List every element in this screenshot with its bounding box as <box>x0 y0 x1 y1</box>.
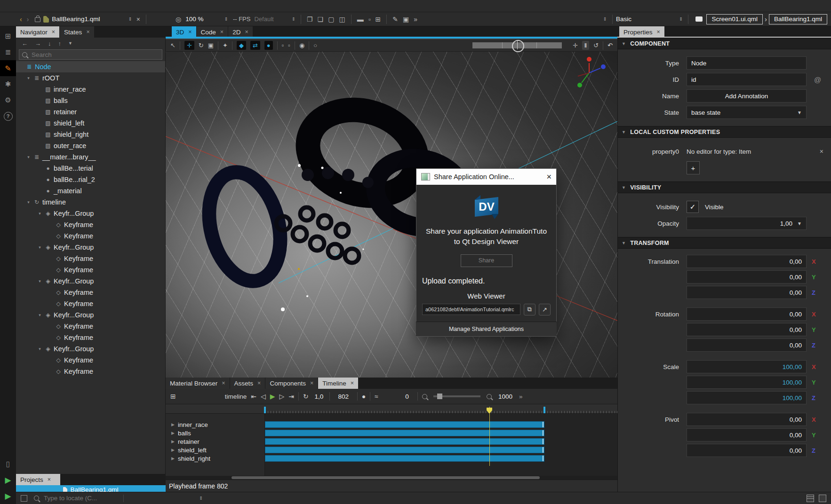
menu-item[interactable] <box>56 0 66 12</box>
menu-item[interactable] <box>66 0 76 12</box>
opacity-field[interactable]: 1,00▼ <box>687 217 807 230</box>
expand-icon[interactable]: ▶ <box>171 422 175 427</box>
tree-item[interactable]: ▾ ≣ __mater...brary__ <box>16 151 165 163</box>
dialog-titlebar[interactable]: Share Application Online... × <box>416 169 556 185</box>
tree-item[interactable]: ◇ Keyframe <box>16 219 165 230</box>
camera-speed-knob[interactable] <box>512 40 524 52</box>
debug-run-button[interactable]: ▶ <box>0 488 16 504</box>
tree-item[interactable]: ◇ Keyframe <box>16 253 165 264</box>
close-icon[interactable]: × <box>86 29 89 35</box>
current-frame-field[interactable]: 802 <box>334 393 353 400</box>
expand-icon[interactable]: ▾ <box>25 76 32 80</box>
pause-particles-icon[interactable]: ‖ <box>582 41 589 50</box>
tree-item[interactable]: ◇ Keyframe <box>16 321 165 332</box>
expand-icon[interactable]: ▾ <box>36 346 43 351</box>
timeline-scrollbar[interactable] <box>166 476 617 480</box>
tree-item[interactable]: ◇ Keyframe <box>16 298 165 309</box>
grid-toggle-icon[interactable]: ▫ <box>288 42 290 48</box>
transform-value-field[interactable]: 0,00 <box>687 413 807 426</box>
transform-value-field[interactable]: 0,00 <box>687 428 807 441</box>
expand-icon[interactable]: ▾ <box>25 200 32 205</box>
fps-selector-icon[interactable]: ⇕ <box>292 16 296 22</box>
timeline-track[interactable]: ▶ shield_left <box>166 446 617 454</box>
keyframe-bar[interactable] <box>265 455 544 462</box>
move-tool-icon[interactable]: ✛ <box>184 41 194 50</box>
transform-value-field[interactable]: 0,00 <box>687 339 807 352</box>
tools-mode-icon[interactable]: ⚙ <box>0 92 16 108</box>
select-tool-icon[interactable]: ↖ <box>170 42 176 48</box>
tree-item[interactable]: ▾ ◈ Keyfr...Group <box>16 309 165 321</box>
reset-view-icon[interactable]: ↺ <box>593 42 599 48</box>
pane-selector-icon[interactable]: ⇕ <box>199 496 203 501</box>
tree-item[interactable]: ≣ Node <box>16 61 165 72</box>
add-annotation-button[interactable]: Add Annotation <box>687 89 807 102</box>
fps-value[interactable]: Default <box>254 16 273 23</box>
transform-value-field[interactable]: 0,00 <box>687 270 807 284</box>
comment-icon[interactable] <box>695 16 703 22</box>
timeline-track[interactable]: ▶ retainer <box>166 437 617 446</box>
timeline-track[interactable]: ▶ shield_right <box>166 454 617 463</box>
breadcrumb-root[interactable]: Screen01.ui.qml <box>706 14 763 24</box>
timeline-ruler[interactable] <box>166 404 617 414</box>
clip-end-marker[interactable] <box>543 407 545 413</box>
panel-tab[interactable]: Timeline× <box>318 378 358 389</box>
section-component[interactable]: ▼ COMPONENT <box>618 38 831 49</box>
style-dropdown-icon[interactable]: ⇕ <box>679 16 683 22</box>
remove-property-icon[interactable]: × <box>820 148 823 155</box>
visible-checkbox[interactable]: ✓ <box>687 201 699 213</box>
lock-icon[interactable] <box>35 17 40 22</box>
tree-item[interactable]: ◇ Keyframe <box>16 230 165 242</box>
annotation-at-icon[interactable]: @ <box>814 76 821 84</box>
device-selector-icon[interactable]: ▯ <box>0 456 16 472</box>
scrollbar-thumb[interactable] <box>232 476 540 479</box>
tree-item[interactable]: ● ballBe...rial_2 <box>16 174 165 185</box>
section-visibility[interactable]: ▼ VISIBILITY <box>618 181 831 193</box>
close-icon[interactable]: × <box>351 380 354 386</box>
keyframe-bar[interactable] <box>265 421 544 428</box>
curve-editor-icon[interactable]: ≈ <box>375 393 378 400</box>
menu-item[interactable] <box>24 0 35 12</box>
manage-shared-applications-button[interactable]: Manage Shared Applications <box>416 322 557 336</box>
close-icon[interactable]: × <box>245 29 248 35</box>
move-down-icon[interactable]: ↓ <box>48 40 51 47</box>
tree-item[interactable]: ▧ balls <box>16 95 165 106</box>
type-field[interactable]: Node <box>687 56 807 70</box>
design-mode-icon[interactable]: ✎ <box>0 60 16 76</box>
open-external-icon[interactable]: ↗ <box>539 304 551 315</box>
move-up-icon[interactable]: ↑ <box>58 40 62 47</box>
tree-item[interactable]: ◇ Keyframe <box>16 354 165 366</box>
tab-navigator[interactable]: Navigator× <box>16 26 59 38</box>
close-icon[interactable]: × <box>546 173 551 181</box>
expand-icon[interactable]: ▾ <box>36 211 43 216</box>
breadcrumb-current[interactable]: BallBearing1.qml <box>769 14 827 24</box>
create-component-icon[interactable]: ❐ <box>307 16 313 23</box>
zoom-level[interactable]: 100 % <box>185 16 203 23</box>
tree-item[interactable]: ▾ ◈ Keyfr...Group <box>16 208 165 219</box>
clear-annotation-icon[interactable]: ▣ <box>403 16 409 23</box>
locator[interactable] <box>34 494 123 502</box>
tree-item[interactable]: ▧ shield_left <box>16 118 165 129</box>
tree-item[interactable]: ▧ inner_race <box>16 84 165 95</box>
tree-item[interactable]: ▧ retainer <box>16 106 165 118</box>
add-property-button[interactable]: + <box>687 161 700 174</box>
tree-item[interactable]: ◇ Keyframe <box>16 264 165 276</box>
zoom-selector-icon[interactable]: ⇕ <box>224 16 228 22</box>
expand-icon[interactable]: ▶ <box>171 439 175 444</box>
style-name[interactable]: Basic <box>616 16 677 23</box>
search-input[interactable] <box>31 51 150 59</box>
edit-annotation-icon[interactable]: ✎ <box>392 16 398 23</box>
open-document-name[interactable]: BallBearing1.qml <box>52 16 100 23</box>
navigator-search[interactable] <box>19 49 162 60</box>
timeline-settings-icon[interactable]: ⊞ <box>170 393 176 400</box>
expand-icon[interactable]: ▾ <box>25 155 32 159</box>
nav-forward-icon[interactable]: → <box>35 40 41 47</box>
next-frame-icon[interactable]: ▷ <box>280 393 285 400</box>
duplicate-component-icon[interactable]: ❏ <box>318 16 324 23</box>
tree-item[interactable]: ▾ ≣ rOOT <box>16 72 165 84</box>
tree-item[interactable]: ◇ Keyframe <box>16 332 165 343</box>
panel-tab[interactable]: Material Browser× <box>166 378 230 389</box>
timeline-track[interactable]: ▶ balls <box>166 429 617 437</box>
timeline-zoom-slider[interactable] <box>433 395 480 397</box>
tree-item[interactable]: ● ballBe...terial <box>16 163 165 174</box>
menu-item[interactable] <box>14 0 24 12</box>
